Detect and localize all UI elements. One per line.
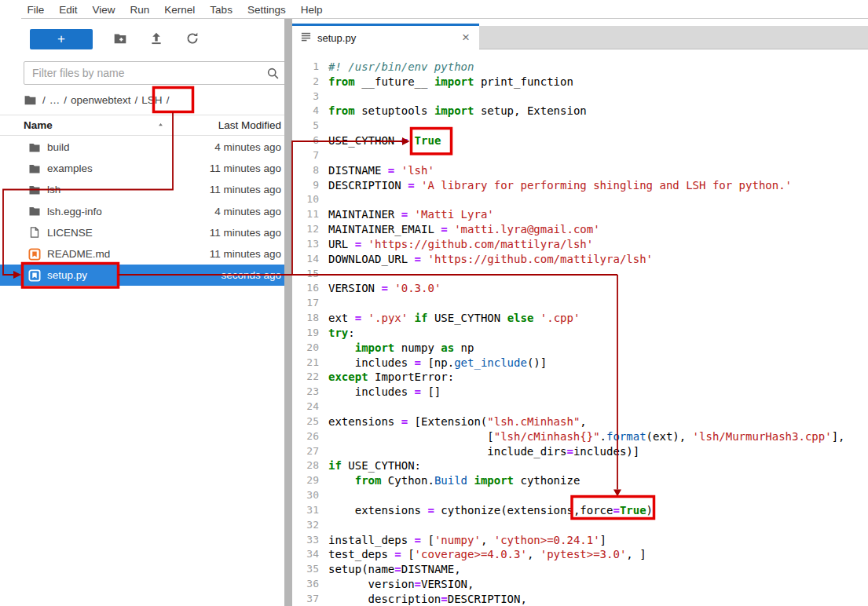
- jupyterlab-window: FileEditViewRunKernelTabsSettingsHelp +: [0, 0, 868, 606]
- breadcrumb-segment-LSH[interactable]: LSH: [139, 94, 164, 106]
- tab-setup-py[interactable]: setup.py ×: [292, 24, 479, 49]
- menu-item-run[interactable]: Run: [123, 4, 157, 16]
- code-line-2[interactable]: 2from __future__ import print_function: [292, 75, 868, 89]
- refresh-icon: [185, 31, 200, 48]
- line-number: 36: [292, 577, 319, 592]
- menu-item-settings[interactable]: Settings: [240, 4, 293, 16]
- new-folder-button[interactable]: [112, 31, 129, 48]
- column-header-last-modified[interactable]: Last Modified: [218, 119, 281, 131]
- line-number: 10: [292, 192, 319, 207]
- line-number: 15: [292, 267, 319, 282]
- refresh-button[interactable]: [184, 31, 201, 48]
- code-line-20[interactable]: 20 import numpy as np: [292, 341, 868, 356]
- line-number: 16: [292, 281, 319, 296]
- code-line-23[interactable]: 23 includes = []: [292, 385, 868, 400]
- menu-item-help[interactable]: Help: [293, 4, 330, 16]
- code-line-1[interactable]: 1#! /usr/bin/env python: [292, 60, 868, 75]
- breadcrumb-separator: /: [62, 94, 68, 106]
- code-line-35[interactable]: 35setup(name=DISTNAME,: [292, 562, 868, 577]
- close-icon[interactable]: ×: [462, 32, 470, 43]
- file-row-examples[interactable]: examples11 minutes ago: [0, 158, 284, 179]
- code-text: except ImportError:: [328, 370, 454, 385]
- file-name: LICENSE: [47, 227, 93, 239]
- code-line-8[interactable]: 8DISTNAME = 'lsh': [292, 163, 868, 178]
- code-line-14[interactable]: 14DOWNLOAD_URL = 'https://github.com/mat…: [292, 252, 868, 267]
- menu-item-file[interactable]: File: [20, 4, 52, 16]
- text-file-icon: [300, 31, 312, 46]
- file-row-LICENSE[interactable]: LICENSE11 minutes ago: [0, 222, 284, 243]
- code-line-7[interactable]: 7: [292, 148, 868, 163]
- code-line-26[interactable]: 26 ["lsh/cMinhash{}".format(ext), 'lsh/M…: [292, 429, 868, 444]
- code-line-11[interactable]: 11MAINTAINER = 'Matti Lyra': [292, 207, 868, 222]
- code-line-6[interactable]: 6USE_CYTHON = True: [292, 133, 868, 148]
- menu-item-edit[interactable]: Edit: [52, 4, 85, 16]
- menu-item-view[interactable]: View: [85, 4, 123, 16]
- file-row-build[interactable]: build4 minutes ago: [0, 137, 284, 158]
- code-line-5[interactable]: 5: [292, 119, 868, 133]
- line-number: 28: [292, 458, 319, 473]
- line-number: 31: [292, 503, 319, 518]
- code-line-28[interactable]: 28if USE_CYTHON:: [292, 458, 868, 473]
- code-text: USE_CYTHON = True: [328, 133, 441, 148]
- code-line-17[interactable]: 17: [292, 296, 868, 311]
- code-line-12[interactable]: 12MAINTAINER_EMAIL = 'matti.lyra@gmail.c…: [292, 222, 868, 237]
- code-line-13[interactable]: 13URL = 'https://github.com/mattilyra/ls…: [292, 237, 868, 252]
- code-line-4[interactable]: 4from setuptools import setup, Extension: [292, 104, 868, 119]
- line-number: 5: [292, 119, 319, 133]
- code-line-29[interactable]: 29 from Cython.Build import cythonize: [292, 473, 868, 488]
- line-number: 12: [292, 222, 319, 237]
- file-listing-header[interactable]: Name Last Modified: [0, 115, 284, 136]
- line-number: 14: [292, 252, 319, 267]
- code-line-30[interactable]: 30: [292, 488, 868, 503]
- code-text: DISTNAME = 'lsh': [328, 163, 434, 178]
- filter-files-input[interactable]: [24, 67, 266, 79]
- menu-item-tabs[interactable]: Tabs: [203, 4, 240, 16]
- code-line-15[interactable]: 15: [292, 267, 868, 282]
- code-line-16[interactable]: 16VERSION = '0.3.0': [292, 281, 868, 296]
- line-number: 33: [292, 533, 319, 548]
- file-browser-panel: + /…/openwebtext/LSH/: [0, 19, 284, 606]
- folder-icon: [28, 184, 41, 196]
- code-line-37[interactable]: 37 description=DESCRIPTION,: [292, 592, 868, 606]
- line-number: 29: [292, 473, 319, 488]
- file-row-lsh[interactable]: lsh11 minutes ago: [0, 179, 284, 200]
- code-line-9[interactable]: 9DESCRIPTION = 'A library for performing…: [292, 178, 868, 193]
- file-row-setup.py[interactable]: setup.pyseconds ago: [0, 265, 284, 286]
- code-line-10[interactable]: 10: [292, 192, 868, 207]
- code-editor[interactable]: 1#! /usr/bin/env python2from __future__ …: [292, 49, 868, 606]
- code-text: test_deps = ['coverage>=4.0.3', 'pytest>…: [328, 547, 646, 562]
- code-line-22[interactable]: 22except ImportError:: [292, 370, 868, 385]
- code-line-36[interactable]: 36 version=VERSION,: [292, 577, 868, 592]
- breadcrumb-segment-openwebtext[interactable]: openwebtext: [68, 94, 134, 106]
- code-text: try:: [328, 326, 355, 341]
- file-row-README.md[interactable]: README.md11 minutes ago: [0, 243, 284, 265]
- file-name: lsh.egg-info: [47, 206, 102, 217]
- upload-button[interactable]: [148, 31, 165, 48]
- panel-divider[interactable]: [284, 19, 292, 606]
- line-number: 34: [292, 547, 319, 562]
- code-line-32[interactable]: 32: [292, 518, 868, 533]
- file-last-modified: 4 minutes ago: [214, 141, 281, 153]
- breadcrumb-segment-…[interactable]: …: [47, 94, 63, 106]
- code-line-34[interactable]: 34test_deps = ['coverage>=4.0.3', 'pytes…: [292, 547, 868, 562]
- code-line-31[interactable]: 31 extensions = cythonize(extensions,for…: [292, 503, 868, 518]
- code-line-3[interactable]: 3: [292, 89, 868, 104]
- code-line-25[interactable]: 25extensions = [Extension("lsh.cMinhash"…: [292, 414, 868, 429]
- new-launcher-button[interactable]: +: [30, 29, 93, 49]
- breadcrumb-separator: /: [41, 94, 47, 106]
- code-line-18[interactable]: 18ext = '.pyx' if USE_CYTHON else '.cpp': [292, 311, 868, 326]
- code-line-19[interactable]: 19try:: [292, 326, 868, 341]
- code-text: DESCRIPTION = 'A library for performing …: [328, 178, 792, 193]
- column-header-name[interactable]: Name: [24, 119, 53, 131]
- code-text: version=VERSION,: [328, 577, 474, 592]
- code-text: from __future__ import print_function: [328, 75, 573, 89]
- code-line-21[interactable]: 21 includes = [np.get_include()]: [292, 356, 868, 371]
- code-line-27[interactable]: 27 include_dirs=includes)]: [292, 444, 868, 459]
- tab-label: setup.py: [317, 32, 356, 44]
- file-last-modified: 11 minutes ago: [210, 227, 281, 239]
- code-line-24[interactable]: 24: [292, 400, 868, 414]
- code-text: extensions = cythonize(extensions,force=…: [328, 503, 653, 518]
- menu-item-kernel[interactable]: Kernel: [157, 4, 203, 16]
- file-row-lsh.egg-info[interactable]: lsh.egg-info4 minutes ago: [0, 201, 284, 222]
- code-line-33[interactable]: 33install_deps = ['numpy', 'cython>=0.24…: [292, 533, 868, 548]
